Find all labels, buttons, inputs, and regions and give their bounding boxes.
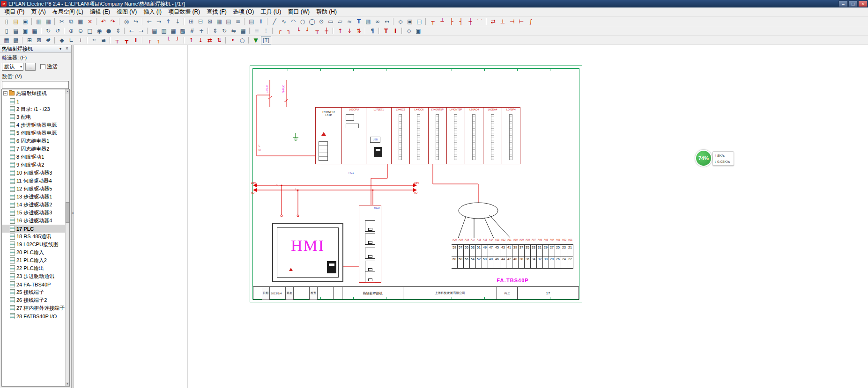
wire-corner-nw-icon[interactable]: ┌ bbox=[275, 27, 284, 35]
menu-find[interactable]: 查找 (F) bbox=[203, 7, 230, 17]
terminal-cell[interactable]: 23 bbox=[561, 244, 567, 256]
minimize-button[interactable]: – bbox=[838, 0, 848, 7]
circle-small-icon[interactable]: ○ bbox=[238, 36, 246, 44]
parts-list-icon[interactable]: ▤ bbox=[224, 17, 233, 26]
terminal-cell[interactable]: 51 bbox=[476, 244, 482, 256]
insert-circle-icon[interactable]: ○ bbox=[298, 17, 307, 26]
download-progress-badge[interactable]: 74% bbox=[695, 150, 712, 167]
grid-2-icon[interactable]: ▥ bbox=[160, 27, 168, 35]
undo-icon[interactable]: ↶ bbox=[99, 17, 108, 26]
wire-t2-icon[interactable]: T bbox=[382, 27, 390, 35]
page-item-16[interactable]: 16 步进驱动器4 bbox=[2, 217, 69, 225]
arrow-up-icon[interactable]: ↑ bbox=[336, 27, 344, 35]
menu-layout-space[interactable]: 布局空间 (L) bbox=[49, 7, 87, 17]
filter-select[interactable]: 默认 ▾ bbox=[2, 63, 23, 71]
plc-navigator-icon[interactable]: ▦ bbox=[215, 17, 223, 26]
arrow-down-icon[interactable]: ↓ bbox=[345, 27, 354, 35]
mirror-icon[interactable]: ⇋ bbox=[230, 27, 238, 35]
insert-rectangle-icon[interactable]: ▭ bbox=[326, 17, 335, 26]
wire-corner-sw-icon[interactable]: └ bbox=[294, 27, 303, 35]
plc-io-module[interactable]: L60DA4 bbox=[483, 108, 502, 164]
parts-cart-icon[interactable]: ▼ bbox=[252, 36, 260, 44]
page-item-10[interactable]: 10 伺服驱动器3 bbox=[2, 169, 69, 177]
terminal-navigator-icon[interactable]: ⊟ bbox=[196, 17, 205, 26]
down-icon[interactable]: ↓ bbox=[196, 36, 205, 44]
refresh-icon[interactable]: ↻ bbox=[44, 27, 52, 35]
scrollbar-thumb[interactable] bbox=[66, 202, 69, 223]
insert-hyperlink-icon[interactable]: ∞ bbox=[373, 17, 382, 26]
plc-io-module[interactable]: LY40NT5P bbox=[447, 108, 465, 164]
corner-nw-icon[interactable]: ┌ bbox=[145, 36, 154, 44]
menu-options[interactable]: 选项 (O) bbox=[230, 7, 258, 17]
terminal-cell[interactable]: 22 bbox=[567, 256, 573, 269]
terminal-cell[interactable]: 49 bbox=[482, 244, 488, 256]
terminal-cell[interactable]: 57 bbox=[458, 244, 464, 256]
grid-4-icon[interactable]: ▩ bbox=[178, 27, 187, 35]
plc-io-module[interactable]: LD75P4 bbox=[502, 108, 520, 164]
menu-insert[interactable]: 插入 (I) bbox=[140, 7, 165, 17]
menu-project[interactable]: 项目 (P) bbox=[1, 7, 28, 17]
panel-menu-button[interactable]: ▾ bbox=[57, 46, 64, 52]
collapse-icon[interactable]: − bbox=[3, 91, 7, 95]
layers-icon[interactable]: ▤ bbox=[247, 17, 256, 26]
terminal-cell[interactable]: 29 bbox=[543, 244, 549, 256]
terminal-cell[interactable]: 48 bbox=[488, 256, 494, 269]
terminal-cell[interactable]: 33 bbox=[531, 244, 537, 256]
design-mode-icon[interactable]: ◇ bbox=[405, 27, 413, 35]
insert-sector-icon[interactable]: ⊙ bbox=[317, 17, 326, 26]
plc-io-module[interactable]: LX40C6 bbox=[392, 108, 410, 164]
grid-b-icon[interactable]: ⊠ bbox=[35, 36, 43, 44]
t-down-icon[interactable]: ┬ bbox=[113, 36, 121, 44]
terminal-cell[interactable]: 35 bbox=[525, 244, 531, 256]
new-icon[interactable]: ▯ bbox=[2, 17, 11, 26]
terminal-cell[interactable]: 31 bbox=[537, 244, 543, 256]
drawing-canvas[interactable]: L-PLC N-PLC 24V 0V 24V 0V PE1 L N POWER … bbox=[74, 45, 868, 388]
terminal-cell[interactable]: 36 bbox=[525, 256, 531, 269]
interruption-point-icon[interactable]: ⇄ bbox=[489, 17, 497, 26]
corner-se-icon[interactable]: ┘ bbox=[173, 36, 182, 44]
wire-i-icon[interactable]: I bbox=[391, 27, 400, 35]
terminal-cell[interactable]: 37 bbox=[519, 244, 525, 256]
filter-browse-button[interactable]: ... bbox=[25, 63, 36, 71]
plc-io-module[interactable]: L60AD4 bbox=[465, 108, 483, 164]
arrow-swap-icon[interactable]: ⇅ bbox=[355, 27, 363, 35]
menu-edit[interactable]: 编辑 (E) bbox=[87, 7, 113, 17]
page-item-11[interactable]: 11 伺服驱动器4 bbox=[2, 177, 69, 185]
window-tile-icon[interactable]: ▩ bbox=[12, 36, 20, 44]
coordinates-icon[interactable]: + bbox=[76, 36, 85, 44]
terminal-cell[interactable]: 25 bbox=[555, 244, 561, 256]
t-heavy-icon[interactable]: ┳ bbox=[122, 36, 131, 44]
switch-port[interactable] bbox=[365, 248, 375, 259]
find-icon[interactable]: ◎ bbox=[122, 17, 131, 26]
page-properties-icon[interactable]: ▣ bbox=[21, 27, 30, 35]
plc-rack[interactable]: POWER L61P L02CPU LJ71E71 USB bbox=[315, 107, 520, 164]
grid-a-icon[interactable]: ⊞ bbox=[25, 36, 34, 44]
regenerate-icon[interactable]: ↺ bbox=[53, 27, 62, 35]
menu-tools[interactable]: 工具 (U) bbox=[257, 7, 284, 17]
insert-ellipse-icon[interactable]: ◯ bbox=[308, 17, 316, 26]
power-module[interactable]: POWER L61P bbox=[316, 108, 342, 164]
terminal-cell[interactable]: 55 bbox=[464, 244, 470, 256]
switch-port[interactable] bbox=[365, 261, 375, 272]
grid-1-icon[interactable]: ▤ bbox=[150, 27, 159, 35]
terminal-cell[interactable]: 59 bbox=[452, 244, 458, 256]
shield-icon[interactable]: ∫ bbox=[527, 17, 535, 26]
rotate-icon[interactable]: ↻ bbox=[220, 27, 229, 35]
terminal-cell[interactable]: 39 bbox=[512, 244, 519, 256]
page-item-3[interactable]: 3 配电 bbox=[2, 113, 69, 121]
switch-port[interactable] bbox=[365, 271, 375, 282]
page-item-7[interactable]: 7 固态继电器2 bbox=[2, 145, 69, 153]
menu-project-data[interactable]: 项目数据 (R) bbox=[165, 7, 203, 17]
terminal-cell[interactable]: 43 bbox=[500, 244, 506, 256]
corner-ne-icon[interactable]: ┐ bbox=[155, 36, 163, 44]
page-item-22[interactable]: 22 PLC输出 bbox=[2, 264, 69, 272]
wire-cross-icon[interactable]: ┼ bbox=[322, 27, 331, 35]
terminal-cell[interactable]: 56 bbox=[464, 256, 470, 269]
terminal-symbol-icon[interactable]: ⊣ bbox=[508, 17, 516, 26]
terminal-cell[interactable]: 42 bbox=[506, 256, 512, 269]
properties-icon[interactable]: i bbox=[257, 17, 265, 26]
page-item-8[interactable]: 8 伺服驱动1 bbox=[2, 153, 69, 161]
zoom-window-icon[interactable]: □ bbox=[86, 27, 94, 35]
active-checkbox[interactable] bbox=[40, 64, 45, 69]
snap-objects-icon[interactable]: ◆ bbox=[58, 36, 66, 44]
